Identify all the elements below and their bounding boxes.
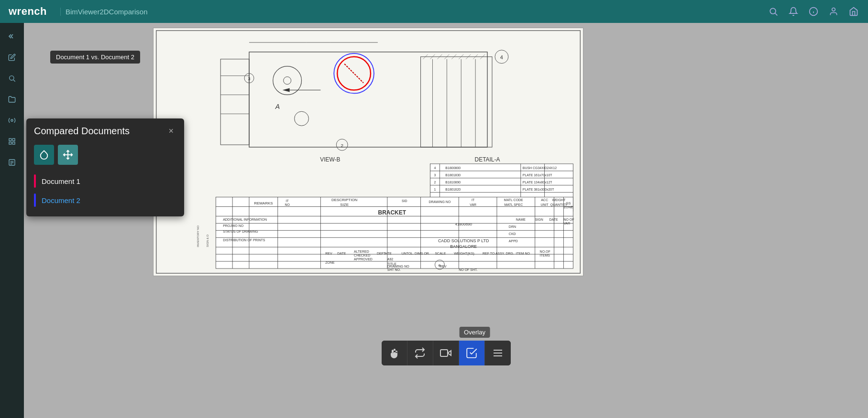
swap-vertical-button[interactable] bbox=[407, 341, 433, 365]
svg-text:NAME: NAME bbox=[516, 218, 526, 221]
svg-point-23 bbox=[284, 77, 291, 85]
home-icon[interactable] bbox=[845, 3, 862, 20]
document1-color-bar bbox=[34, 174, 36, 188]
video-button[interactable] bbox=[433, 341, 459, 365]
svg-text:DISTRIBUTION OF PRINTS: DISTRIBUTION OF PRINTS bbox=[223, 238, 265, 242]
svg-text:ZONE: ZONE bbox=[325, 261, 335, 264]
svg-text:NO.OF: NO.OF bbox=[540, 250, 550, 253]
svg-text:DESCRIPTION: DESCRIPTION bbox=[331, 198, 358, 202]
logo-text: wrench bbox=[9, 5, 47, 18]
notification-icon[interactable] bbox=[785, 3, 802, 20]
sidebar-item-edit[interactable] bbox=[2, 48, 22, 67]
svg-text:CKD: CKD bbox=[509, 232, 516, 236]
svg-text:1: 1 bbox=[434, 188, 436, 191]
main-content: Document 1 vs. Document 2 bbox=[24, 23, 868, 418]
svg-text:MATL SPEC: MATL SPEC bbox=[504, 203, 523, 206]
bottom-toolbar bbox=[382, 341, 511, 365]
svg-text:CHECKED: CHECKED bbox=[354, 254, 370, 257]
document2-entry[interactable]: Document 2 bbox=[26, 190, 184, 209]
svg-point-6 bbox=[10, 76, 14, 80]
svg-text:REMARKS: REMARKS bbox=[254, 201, 273, 205]
svg-text:PLATE 381x300x20T: PLATE 381x300x20T bbox=[523, 188, 554, 191]
sidebar-item-document[interactable] bbox=[2, 153, 22, 172]
svg-text:VIEW-B: VIEW-B bbox=[320, 156, 340, 163]
svg-text:VAR: VAR bbox=[563, 222, 570, 225]
droplet-button[interactable] bbox=[34, 145, 54, 165]
svg-line-1 bbox=[775, 13, 778, 16]
svg-text:DATE: DATE bbox=[549, 218, 558, 221]
document1-entry[interactable]: Document 1 bbox=[26, 171, 184, 190]
svg-text:B1800800: B1800800 bbox=[445, 166, 461, 170]
user-icon[interactable] bbox=[825, 3, 842, 20]
hand-tool-button[interactable] bbox=[382, 341, 407, 365]
text-lines-button[interactable] bbox=[485, 341, 511, 365]
comparison-badge: Document 1 vs. Document 2 bbox=[50, 51, 140, 64]
drawing-area[interactable]: A bbox=[153, 28, 583, 276]
svg-text:ALTERED: ALTERED bbox=[354, 250, 369, 253]
svg-text:INVENTORY NO: INVENTORY NO bbox=[197, 225, 199, 247]
svg-marker-157 bbox=[448, 351, 451, 355]
svg-text:41800690: 41800690 bbox=[455, 222, 472, 226]
svg-text:CADD SOLUTIONS P LTD: CADD SOLUTIONS P LTD bbox=[438, 238, 489, 243]
svg-text:APPD: APPD bbox=[509, 239, 518, 243]
svg-rect-10 bbox=[12, 139, 15, 141]
svg-text:IT: IT bbox=[286, 199, 289, 203]
svg-text:2: 2 bbox=[434, 181, 436, 184]
svg-rect-30 bbox=[220, 59, 249, 145]
svg-text:A92: A92 bbox=[387, 257, 394, 261]
svg-rect-9 bbox=[9, 139, 11, 141]
svg-text:REV: REV bbox=[325, 252, 332, 255]
svg-text:B1801830: B1801830 bbox=[445, 173, 461, 177]
svg-text:WEIGHT(KG): WEIGHT(KG) bbox=[454, 252, 474, 256]
svg-text:SID: SID bbox=[402, 199, 407, 203]
svg-text:BUSH CG34XID24X12: BUSH CG34XID24X12 bbox=[523, 166, 557, 170]
logo-area: wrench bbox=[0, 5, 55, 18]
svg-text:BRACKET: BRACKET bbox=[378, 209, 407, 216]
svg-text:VAR: VAR bbox=[470, 203, 476, 206]
panel-header: Compared Documents × bbox=[26, 118, 184, 142]
svg-text:A: A bbox=[275, 103, 280, 110]
sidebar-item-expand[interactable] bbox=[2, 27, 22, 46]
svg-text:PLATE 161x70x10T: PLATE 161x70x10T bbox=[523, 173, 553, 177]
svg-text:BANGALORE: BANGALORE bbox=[450, 244, 477, 249]
info-icon[interactable] bbox=[805, 3, 822, 20]
app-title: BimViewer2DComparison bbox=[60, 8, 147, 16]
svg-text:UNIT: UNIT bbox=[540, 203, 549, 206]
svg-text:DATE: DATE bbox=[337, 252, 346, 255]
svg-text:APPROVED: APPROVED bbox=[354, 257, 373, 261]
svg-text:B1801620: B1801620 bbox=[445, 188, 461, 191]
svg-text:NO: NO bbox=[285, 203, 290, 206]
move-button[interactable] bbox=[58, 145, 78, 165]
svg-text:2: 2 bbox=[341, 143, 343, 148]
sidebar-item-folder[interactable] bbox=[2, 90, 22, 109]
svg-text:SHT NO.: SHT NO. bbox=[387, 268, 401, 271]
svg-line-25 bbox=[344, 64, 363, 83]
svg-text:REV: REV bbox=[439, 265, 447, 268]
svg-rect-34 bbox=[421, 57, 492, 147]
svg-text:PROJWO NO: PROJWO NO bbox=[223, 224, 244, 227]
svg-text:PLATE 134x80x12T: PLATE 134x80x12T bbox=[523, 181, 553, 184]
svg-text:B1810890: B1810890 bbox=[445, 181, 461, 184]
sidebar-item-search[interactable] bbox=[2, 69, 22, 88]
svg-text:DRAWING NO: DRAWING NO bbox=[387, 265, 409, 268]
search-icon-topbar[interactable] bbox=[765, 3, 782, 20]
overlay-button[interactable] bbox=[459, 341, 485, 365]
svg-point-0 bbox=[770, 8, 776, 14]
svg-text:ITEM NO: ITEM NO bbox=[516, 252, 530, 255]
panel-close-button[interactable]: × bbox=[165, 125, 176, 137]
svg-point-26 bbox=[334, 54, 374, 94]
svg-text:IT: IT bbox=[472, 198, 475, 202]
toolbar-group bbox=[382, 341, 511, 365]
sidebar-item-tools[interactable] bbox=[2, 111, 22, 130]
sidebar-item-grid[interactable] bbox=[2, 132, 22, 151]
svg-text:DRN: DRN bbox=[509, 225, 516, 228]
svg-text:NO OF SHT.: NO OF SHT. bbox=[459, 268, 477, 271]
svg-text:REF TO ASSY. DRG.: REF TO ASSY. DRG. bbox=[483, 252, 514, 255]
document2-label: Document 2 bbox=[42, 196, 80, 204]
sidebar bbox=[0, 23, 24, 418]
svg-text:DETAIL-A: DETAIL-A bbox=[475, 156, 500, 163]
overlay-tooltip: Overlay bbox=[459, 327, 490, 338]
svg-rect-77 bbox=[216, 197, 573, 268]
svg-text:4: 4 bbox=[500, 54, 503, 60]
svg-text:UNTOL. DIMS OR.: UNTOL. DIMS OR. bbox=[402, 252, 430, 255]
